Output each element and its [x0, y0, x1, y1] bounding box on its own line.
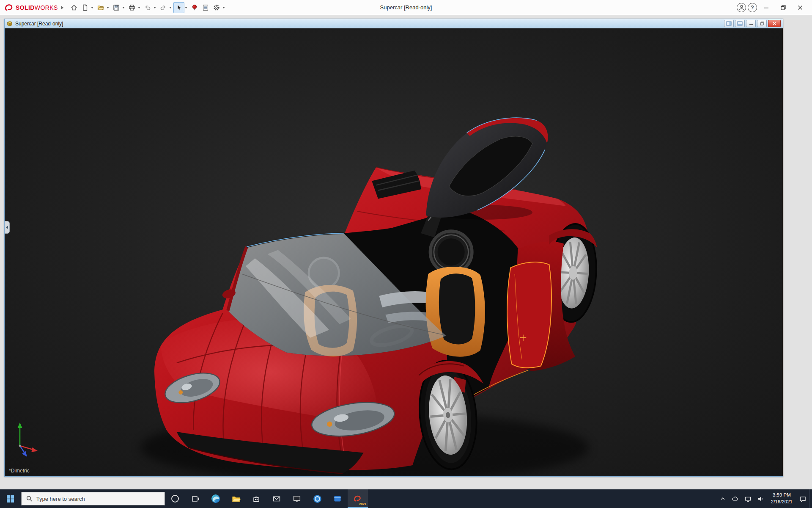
collapse-arrow-icon	[6, 226, 8, 229]
save-caret-icon[interactable]	[122, 7, 125, 8]
appearance-sphere-icon	[191, 4, 198, 11]
action-center-button[interactable]	[796, 489, 809, 508]
taskbar-search[interactable]	[21, 492, 165, 505]
undo-button[interactable]	[142, 2, 153, 13]
help-icon: ?	[751, 4, 754, 11]
display-pane-button[interactable]	[724, 20, 734, 27]
media-app-icon	[313, 494, 322, 503]
tray-cloud-button[interactable]	[729, 489, 742, 508]
orientation-triad	[12, 420, 46, 458]
brand-name: SOLIDWORKS	[16, 4, 58, 11]
view-orientation-label: *Dimetric	[9, 468, 30, 474]
tray-chevron-button[interactable]	[716, 489, 729, 508]
solidworks-swirl-icon	[4, 3, 14, 12]
clock-time: 3:59 PM	[773, 492, 791, 499]
network-icon	[744, 495, 752, 502]
selected-door-panel[interactable]	[507, 262, 551, 368]
preview-pane-icon	[737, 21, 743, 26]
doc-restore-icon	[760, 22, 764, 25]
taskbar-app-window[interactable]	[327, 489, 348, 508]
open-caret-icon[interactable]	[107, 7, 109, 8]
start-button[interactable]	[0, 489, 20, 508]
search-input[interactable]	[36, 496, 160, 502]
preview-pane-button[interactable]	[735, 20, 745, 27]
mail-icon	[272, 494, 281, 503]
undo-icon	[144, 4, 151, 11]
print-button[interactable]	[126, 2, 137, 13]
open-folder-icon	[97, 4, 104, 11]
minimize-icon	[764, 5, 769, 10]
cloud-icon	[732, 495, 739, 502]
volume-icon	[757, 495, 764, 502]
open-button[interactable]	[95, 2, 106, 13]
doc-minimize-icon	[749, 22, 753, 25]
save-button[interactable]	[111, 2, 122, 13]
taskbar-clock[interactable]: 3:59 PM 2/16/2021	[767, 489, 796, 508]
appearance-button[interactable]	[189, 2, 200, 13]
part-cube-icon	[7, 21, 13, 27]
tray-network-button[interactable]	[742, 489, 754, 508]
search-icon	[26, 495, 33, 502]
doc-close-icon	[772, 22, 776, 25]
home-icon	[70, 4, 78, 11]
task-view-button[interactable]	[185, 489, 206, 508]
document-title: Supercar [Read-only]	[15, 21, 63, 27]
chevron-up-icon	[720, 496, 726, 502]
display-pane-icon	[726, 21, 732, 26]
print-icon	[128, 4, 136, 11]
graphics-viewport[interactable]: *Dimetric	[5, 28, 783, 476]
file-properties-icon	[202, 4, 209, 11]
action-center-icon	[799, 495, 807, 502]
taskbar-app-monitor[interactable]	[287, 489, 307, 508]
taskbar-app-edge[interactable]	[206, 489, 226, 508]
taskbar-app-file-explorer[interactable]	[226, 489, 246, 508]
options-gear-icon	[213, 4, 220, 11]
doc-close-button[interactable]	[768, 20, 781, 27]
taskbar-app-store[interactable]	[246, 489, 266, 508]
store-icon	[252, 494, 261, 503]
doc-minimize-button[interactable]	[746, 20, 756, 27]
select-caret-icon[interactable]	[185, 7, 187, 8]
taskbar-app-media[interactable]	[307, 489, 327, 508]
taskbar-app-mail[interactable]	[266, 489, 287, 508]
task-view-icon	[192, 495, 200, 503]
app-minimize-button[interactable]	[759, 1, 774, 14]
windows-logo-icon	[7, 495, 14, 502]
clock-date: 2/16/2021	[771, 499, 793, 505]
select-tool-button[interactable]	[173, 2, 184, 13]
cortana-button[interactable]	[165, 489, 185, 508]
app-title: Supercar [Read-only]	[380, 4, 432, 11]
undo-caret-icon[interactable]	[154, 7, 156, 8]
solidworks-version-badge: 2021	[359, 502, 366, 506]
options-caret-icon[interactable]	[222, 7, 225, 8]
app-close-button[interactable]	[793, 1, 808, 14]
toolbar-expander-icon[interactable]	[61, 6, 63, 9]
new-document-button[interactable]	[80, 2, 91, 13]
new-document-icon	[81, 4, 89, 11]
tray-volume-button[interactable]	[754, 489, 767, 508]
taskbar: 2021	[0, 489, 812, 508]
help-button[interactable]: ?	[748, 3, 757, 12]
document-window: Supercar [Read-only]	[4, 19, 783, 477]
featuremanager-collapse-tab[interactable]	[5, 221, 10, 234]
desktop: SOLIDWORKS	[0, 0, 812, 508]
doc-restore-button[interactable]	[757, 20, 767, 27]
redo-caret-icon[interactable]	[169, 7, 172, 8]
system-tray: 3:59 PM 2/16/2021	[716, 489, 812, 508]
print-caret-icon[interactable]	[138, 7, 140, 8]
app-maximize-button[interactable]	[776, 1, 791, 14]
mdi-area: Supercar [Read-only]	[0, 15, 812, 489]
home-button[interactable]	[69, 2, 80, 13]
account-button[interactable]	[737, 3, 746, 12]
taskbar-app-solidworks[interactable]: 2021	[348, 489, 368, 508]
viewport-canvas[interactable]	[5, 28, 783, 476]
document-title-bar[interactable]: Supercar [Read-only]	[5, 19, 783, 28]
show-desktop-button[interactable]	[809, 489, 812, 508]
app-title-bar: SOLIDWORKS	[0, 0, 812, 15]
new-document-caret-icon[interactable]	[91, 7, 93, 8]
redo-button[interactable]	[158, 2, 169, 13]
window-app-icon	[333, 494, 342, 503]
options-button[interactable]	[211, 2, 222, 13]
file-properties-button[interactable]	[200, 2, 211, 13]
person-icon	[739, 5, 744, 10]
